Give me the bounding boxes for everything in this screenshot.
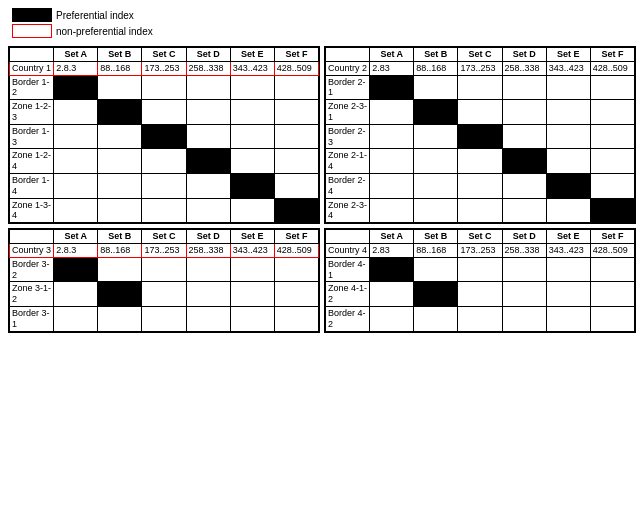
- zone2-3-1-F: [590, 100, 634, 125]
- header-setF-4: Set F: [590, 230, 634, 244]
- c3-setC: 173..253: [142, 243, 186, 257]
- zone2-1-4-row: Zone 2-1-4: [326, 149, 635, 174]
- zone1-3-4-B: [98, 198, 142, 223]
- border1-4-B: [98, 173, 142, 198]
- border2-3-E: [546, 124, 590, 149]
- c2-setE: 343..423: [546, 61, 590, 75]
- zone1-2-3-E: [230, 100, 274, 125]
- border3-2-label: Border 3-2: [10, 257, 54, 282]
- border2-1-row: Border 2-1: [326, 75, 635, 100]
- header-setE-1: Set E: [230, 48, 274, 62]
- c4-setF: 428..509: [590, 243, 634, 257]
- border1-3-row: Border 1-3: [10, 124, 319, 149]
- grid-country3: Set A Set B Set C Set D Set E Set F Coun…: [8, 228, 320, 332]
- header-setD-1: Set D: [186, 48, 230, 62]
- country3-row: Country 3 2.8.3 88..168 173..253 258..33…: [10, 243, 319, 257]
- border3-1-E: [230, 306, 274, 331]
- zone4-1-2-label: Zone 4-1-2: [326, 282, 370, 307]
- border3-2-E: [230, 257, 274, 282]
- header-setF-2: Set F: [590, 48, 634, 62]
- header-setB-3: Set B: [98, 230, 142, 244]
- zone1-3-4-C: [142, 198, 186, 223]
- zone1-3-4-A: [54, 198, 98, 223]
- header-setC-4: Set C: [458, 230, 502, 244]
- c1-setB: 88..168: [98, 61, 142, 75]
- zone1-3-4-E: [230, 198, 274, 223]
- header-setB-1: Set B: [98, 48, 142, 62]
- header-row-grid4: Set A Set B Set C Set D Set E Set F: [326, 230, 635, 244]
- border2-4-A: [370, 173, 414, 198]
- header-setA-2: Set A: [370, 48, 414, 62]
- zone2-1-4-D: [502, 149, 546, 174]
- border2-1-label: Border 2-1: [326, 75, 370, 100]
- border1-3-B: [98, 124, 142, 149]
- border1-2-F: [274, 75, 318, 100]
- zone1-2-3-A: [54, 100, 98, 125]
- zone2-1-4-label: Zone 2-1-4: [326, 149, 370, 174]
- zone2-3-4-row: Zone 2-3-4: [326, 198, 635, 223]
- border1-3-C: [142, 124, 186, 149]
- grids-container: Set A Set B Set C Set D Set E Set F Coun…: [8, 46, 636, 333]
- zone3-1-2-E: [230, 282, 274, 307]
- border1-4-F: [274, 173, 318, 198]
- zone1-3-4-D: [186, 198, 230, 223]
- zone2-1-4-F: [590, 149, 634, 174]
- zone2-3-1-C: [458, 100, 502, 125]
- border4-1-D: [502, 257, 546, 282]
- border4-1-label: Border 4-1: [326, 257, 370, 282]
- zone1-2-4-F: [274, 149, 318, 174]
- border2-3-D: [502, 124, 546, 149]
- border3-2-row: Border 3-2: [10, 257, 319, 282]
- country2-label: Country 2: [326, 61, 370, 75]
- c3-setB: 88..168: [98, 243, 142, 257]
- legend-label-nonpreferential: non-preferential index: [56, 26, 153, 37]
- zone4-1-2-D: [502, 282, 546, 307]
- c3-setA: 2.8.3: [54, 243, 98, 257]
- header-empty-3: [10, 230, 54, 244]
- border1-3-D: [186, 124, 230, 149]
- border2-4-B: [414, 173, 458, 198]
- zone3-1-2-A: [54, 282, 98, 307]
- header-setD-3: Set D: [186, 230, 230, 244]
- zone2-3-4-D: [502, 198, 546, 223]
- border1-4-label: Border 1-4: [10, 173, 54, 198]
- zone1-2-4-row: Zone 1-2-4: [10, 149, 319, 174]
- header-empty-2: [326, 48, 370, 62]
- zone2-3-4-C: [458, 198, 502, 223]
- border4-1-row: Border 4-1: [326, 257, 635, 282]
- header-setC-3: Set C: [142, 230, 186, 244]
- border2-4-D: [502, 173, 546, 198]
- c2-setF: 428..509: [590, 61, 634, 75]
- grid-country2: Set A Set B Set C Set D Set E Set F Coun…: [324, 46, 636, 224]
- zone2-3-4-B: [414, 198, 458, 223]
- c2-setA: 2.83: [370, 61, 414, 75]
- zone4-1-2-C: [458, 282, 502, 307]
- c1-setF: 428..509: [274, 61, 318, 75]
- header-row-grid3: Set A Set B Set C Set D Set E Set F: [10, 230, 319, 244]
- header-setA-1: Set A: [54, 48, 98, 62]
- legend-label-preferential: Preferential index: [56, 10, 134, 21]
- zone2-1-4-B: [414, 149, 458, 174]
- border4-2-A: [370, 306, 414, 331]
- grid-country1: Set A Set B Set C Set D Set E Set F Coun…: [8, 46, 320, 224]
- country3-label: Country 3: [10, 243, 54, 257]
- header-setB-2: Set B: [414, 48, 458, 62]
- legend-swatch-black: [12, 8, 52, 22]
- country4-label: Country 4: [326, 243, 370, 257]
- zone1-2-3-F: [274, 100, 318, 125]
- zone3-1-2-label: Zone 3-1-2: [10, 282, 54, 307]
- c1-setC: 173..253: [142, 61, 186, 75]
- border3-2-C: [142, 257, 186, 282]
- border1-2-B: [98, 75, 142, 100]
- header-setD-2: Set D: [502, 48, 546, 62]
- border2-3-row: Border 2-3: [326, 124, 635, 149]
- zone2-1-4-C: [458, 149, 502, 174]
- border2-4-C: [458, 173, 502, 198]
- header-empty-1: [10, 48, 54, 62]
- border1-2-C: [142, 75, 186, 100]
- zone1-2-3-label: Zone 1-2-3: [10, 100, 54, 125]
- border1-3-F: [274, 124, 318, 149]
- border4-1-A: [370, 257, 414, 282]
- zone4-1-2-A: [370, 282, 414, 307]
- c3-setF: 428..509: [274, 243, 318, 257]
